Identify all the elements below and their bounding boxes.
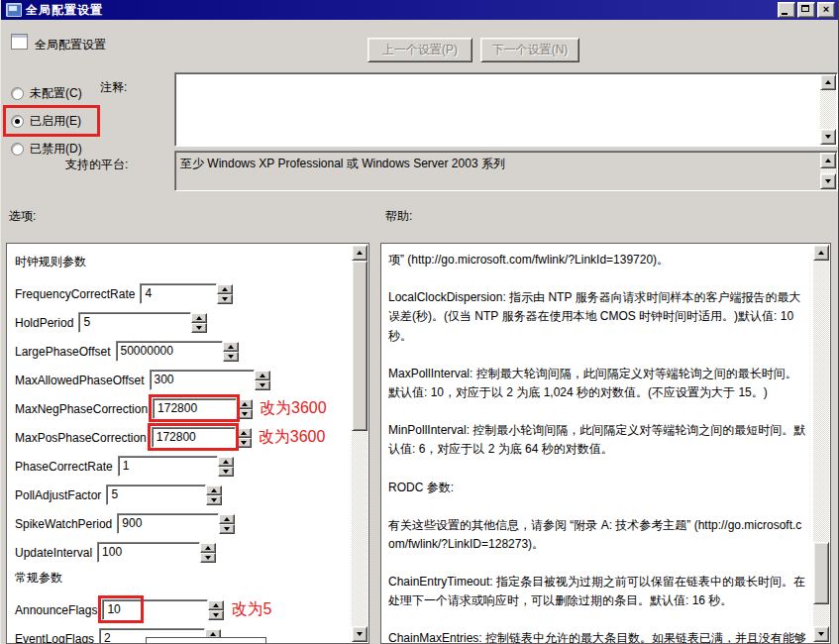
option-row: UpdateInterval100 bbox=[15, 538, 352, 567]
spinner-up-icon[interactable] bbox=[217, 284, 233, 294]
spinner bbox=[206, 485, 222, 505]
option-row: MaxPosPhaseCorrection172800改为3600 bbox=[15, 423, 352, 452]
spinner-up-icon[interactable] bbox=[219, 514, 235, 524]
option-label: SpikeWatchPeriod bbox=[15, 517, 112, 531]
options-rows: 时钟规则参数FrequencyCorrectRate4HoldPeriod5La… bbox=[7, 244, 352, 644]
help-paragraph: MinPollInterval: 控制最小轮询间隔，此间隔定义对等端轮询之间的最… bbox=[388, 421, 807, 459]
minimize-icon bbox=[782, 13, 787, 15]
next-setting-button[interactable]: 下一个设置(N) bbox=[480, 38, 579, 62]
supported-platform-label: 支持的平台: bbox=[65, 157, 128, 173]
scroll-up-icon[interactable] bbox=[813, 245, 829, 261]
spinner-down-icon[interactable] bbox=[218, 467, 234, 477]
supported-platform-value: 至少 Windows XP Professional 或 Windows Ser… bbox=[180, 156, 815, 172]
spinner-down-icon[interactable] bbox=[255, 380, 270, 390]
spinner bbox=[191, 313, 207, 333]
option-input[interactable]: 1 bbox=[118, 456, 218, 477]
spinner bbox=[223, 342, 239, 362]
option-label: PhaseCorrectRate bbox=[15, 460, 113, 474]
option-input[interactable]: 50000000 bbox=[116, 341, 223, 362]
option-input[interactable]: 172800 bbox=[152, 427, 236, 448]
option-group-header: 常规参数 bbox=[15, 567, 352, 595]
scroll-down-icon[interactable] bbox=[813, 626, 829, 642]
spinner-up-icon[interactable] bbox=[191, 313, 207, 323]
spinner-up-icon[interactable] bbox=[223, 342, 239, 352]
spinner-down-icon[interactable] bbox=[223, 352, 239, 362]
comment-textarea[interactable] bbox=[174, 72, 838, 147]
scroll-up-icon[interactable] bbox=[820, 74, 836, 90]
spinner-down-icon[interactable] bbox=[219, 524, 235, 534]
spinner-up-icon[interactable] bbox=[236, 428, 252, 438]
option-input[interactable]: 172800 bbox=[153, 398, 237, 419]
previous-setting-button[interactable]: 上一个设置(P) bbox=[367, 38, 472, 62]
scroll-up-icon[interactable] bbox=[820, 153, 836, 168]
help-paragraph: LocalClockDispersion: 指示由 NTP 服务器向请求时间样本… bbox=[388, 288, 807, 346]
option-row: HoldPeriod5 bbox=[15, 308, 352, 337]
option-label: LargePhaseOffset bbox=[15, 345, 111, 359]
option-label: MaxAllowedPhaseOffset bbox=[15, 374, 145, 387]
option-label: MaxNegPhaseCorrection bbox=[15, 402, 148, 416]
option-input[interactable]: 10 bbox=[102, 599, 208, 620]
option-row: MaxAllowedPhaseOffset300 bbox=[15, 366, 352, 394]
title-bar: 全局配置设置 × bbox=[1, 0, 838, 20]
option-input[interactable]: 5 bbox=[106, 484, 206, 505]
option-group-header: 时钟规则参数 bbox=[15, 251, 352, 279]
scroll-down-icon[interactable] bbox=[820, 173, 836, 189]
comment-scrollbar[interactable] bbox=[820, 74, 836, 145]
spinner-down-icon[interactable] bbox=[206, 495, 222, 505]
spinner-up-icon[interactable] bbox=[200, 543, 216, 553]
radio-icon[interactable] bbox=[11, 143, 24, 156]
spinner-up-icon[interactable] bbox=[206, 485, 222, 495]
scrollbar-thumb[interactable] bbox=[352, 261, 367, 431]
scroll-down-icon[interactable] bbox=[352, 626, 367, 642]
spinner-down-icon[interactable] bbox=[237, 409, 253, 419]
option-label: MaxPosPhaseCorrection bbox=[15, 431, 147, 445]
help-scrollbar[interactable] bbox=[813, 245, 829, 642]
option-row: MaxNegPhaseCorrection172800改为3600 bbox=[15, 394, 352, 423]
spinner bbox=[217, 284, 233, 304]
help-paragraph: ChainEntryTimeout: 指定条目被视为过期之前可以保留在链表中的最… bbox=[388, 573, 807, 610]
option-input[interactable]: 5 bbox=[78, 312, 191, 333]
platform-scrollbar[interactable] bbox=[820, 153, 836, 189]
option-row: PollAdjustFactor5 bbox=[15, 481, 352, 509]
partial-next-row-input[interactable] bbox=[146, 637, 266, 644]
close-button[interactable]: × bbox=[817, 2, 835, 18]
scroll-down-icon[interactable] bbox=[820, 129, 836, 145]
maximize-button[interactable] bbox=[797, 2, 815, 18]
comment-label: 注释: bbox=[100, 79, 127, 96]
help-label: 帮助: bbox=[385, 208, 412, 225]
options-label: 选项: bbox=[9, 208, 36, 225]
change-annotation: 改为3600 bbox=[260, 398, 327, 419]
radio-option[interactable]: 已启用(E) bbox=[11, 107, 94, 135]
option-label: PollAdjustFactor bbox=[15, 488, 101, 502]
option-row: PhaseCorrectRate1 bbox=[15, 452, 352, 481]
radio-icon[interactable] bbox=[11, 87, 24, 100]
spinner-down-icon[interactable] bbox=[236, 438, 252, 448]
spinner-up-icon[interactable] bbox=[237, 399, 253, 409]
radio-icon[interactable] bbox=[11, 115, 24, 128]
spinner bbox=[219, 514, 235, 534]
minimize-button[interactable] bbox=[778, 2, 795, 18]
scrollbar-thumb[interactable] bbox=[813, 542, 829, 604]
spinner-down-icon[interactable] bbox=[208, 610, 224, 620]
change-annotation: 改为3600 bbox=[259, 427, 326, 448]
spinner bbox=[200, 543, 216, 563]
option-input[interactable]: 4 bbox=[140, 283, 217, 304]
options-scrollbar[interactable] bbox=[352, 245, 367, 642]
help-paragraph: ChainMaxEntries: 控制链表中允许的最大条目数。如果链表已满，并且… bbox=[388, 629, 807, 644]
option-input[interactable]: 300 bbox=[150, 370, 255, 390]
spinner-up-icon[interactable] bbox=[208, 600, 224, 610]
change-annotation: 改为5 bbox=[231, 599, 271, 620]
radio-option[interactable]: 未配置(C) bbox=[11, 79, 94, 107]
spinner-down-icon[interactable] bbox=[191, 323, 207, 333]
option-input[interactable]: 900 bbox=[117, 513, 219, 534]
spinner-up-icon[interactable] bbox=[218, 457, 234, 467]
global-config-dialog: 全局配置设置 × 全局配置设置 上一个设置(P) 下一个设置(N) 未配置(C)… bbox=[0, 0, 839, 644]
spinner-up-icon[interactable] bbox=[255, 371, 270, 380]
option-label: EventLogFlags bbox=[15, 632, 94, 644]
option-label: HoldPeriod bbox=[15, 316, 73, 330]
scroll-up-icon[interactable] bbox=[352, 245, 367, 261]
option-input[interactable]: 100 bbox=[97, 542, 200, 563]
setting-name-label: 全局配置设置 bbox=[35, 37, 106, 54]
spinner-down-icon[interactable] bbox=[217, 294, 233, 304]
spinner-down-icon[interactable] bbox=[200, 553, 216, 563]
